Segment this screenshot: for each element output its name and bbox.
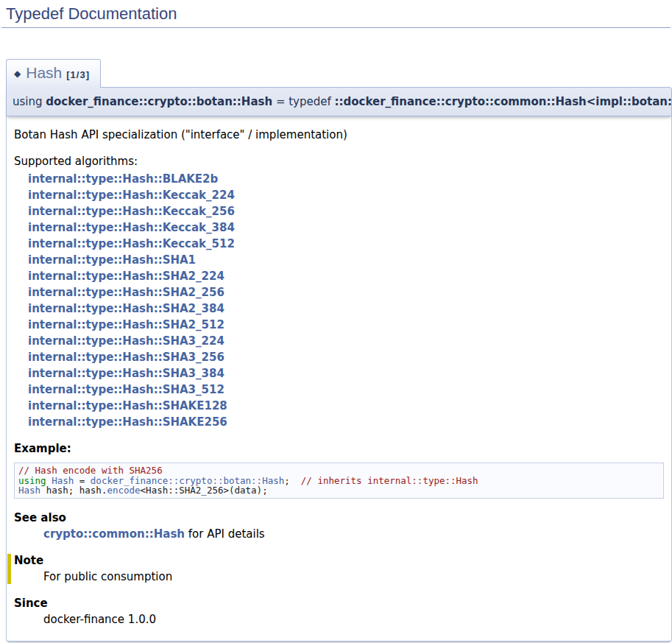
algorithm-line: internal::type::Hash::Keccak_224 bbox=[28, 187, 664, 203]
algorithm-line: internal::type::Hash::SHA2_224 bbox=[28, 268, 664, 284]
algorithm-link[interactable]: internal::type::Hash::SHA3_384 bbox=[28, 367, 224, 380]
algorithm-link[interactable]: internal::type::Hash::SHA2_256 bbox=[28, 286, 224, 299]
code-plain: hash; hash. bbox=[40, 485, 107, 496]
see-also-content: crypto::common::Hash for API details bbox=[43, 527, 664, 541]
algorithm-line: internal::type::Hash::SHA2_256 bbox=[28, 284, 664, 301]
algorithm-line: internal::type::Hash::SHA3_512 bbox=[28, 382, 664, 398]
algorithm-link[interactable]: internal::type::Hash::BLAKE2b bbox=[28, 172, 218, 186]
algorithm-link[interactable]: internal::type::Hash::SHA3_512 bbox=[28, 383, 224, 396]
proto-typedef-name: docker_finance::crypto::botan::Hash bbox=[46, 95, 272, 108]
code-plain: <Hash::SHA2_256>(data); bbox=[141, 485, 268, 496]
algorithm-link[interactable]: internal::type::Hash::SHAKE256 bbox=[28, 415, 227, 429]
code-line: Hash hash; hash.encode<Hash::SHA2_256>(d… bbox=[18, 485, 659, 496]
proto-equals-typedef: = typedef bbox=[272, 95, 334, 108]
algorithm-link[interactable]: internal::type::Hash::SHA1 bbox=[28, 253, 196, 267]
proto-using-keyword: using bbox=[13, 95, 46, 108]
algorithm-link[interactable]: internal::type::Hash::SHA2_384 bbox=[28, 302, 224, 315]
algorithm-line: internal::type::Hash::SHAKE256 bbox=[28, 414, 664, 430]
since-label: Since bbox=[14, 597, 664, 611]
algorithm-line: internal::type::Hash::SHA3_256 bbox=[28, 349, 664, 365]
example-label: Example: bbox=[14, 442, 664, 456]
page-title: Typedef Documentation bbox=[1, 0, 671, 28]
algorithm-link[interactable]: internal::type::Hash::Keccak_224 bbox=[28, 189, 235, 202]
member-tab: ◆Hash[1/3] bbox=[6, 59, 101, 88]
see-also-link[interactable]: crypto::common::Hash bbox=[43, 527, 185, 541]
since-text: docker-finance 1.0.0 bbox=[43, 613, 664, 627]
proto-target-type: ::docker_finance::crypto::common::Hash<i… bbox=[335, 95, 672, 108]
algorithm-line: internal::type::Hash::SHA1 bbox=[28, 252, 664, 268]
algorithms-label: Supported algorithms: bbox=[14, 155, 664, 169]
note-label: Note bbox=[14, 554, 664, 568]
code-line: // Hash encode with SHA256 bbox=[18, 465, 659, 476]
algorithm-link[interactable]: internal::type::Hash::Keccak_512 bbox=[28, 237, 235, 250]
note-text: For public consumption bbox=[43, 570, 664, 584]
algorithm-link[interactable]: internal::type::Hash::Keccak_384 bbox=[28, 221, 235, 234]
member-item: ◆Hash[1/3] using docker_finance::crypto:… bbox=[6, 58, 672, 642]
since-section: Since docker-finance 1.0.0 bbox=[14, 597, 664, 627]
code-plain: ; bbox=[284, 475, 301, 486]
member-tab-title: Hash bbox=[26, 64, 62, 81]
algorithm-line: internal::type::Hash::SHA3_384 bbox=[28, 365, 664, 382]
member-doc: Botan Hash API specialization ("interfac… bbox=[6, 116, 672, 642]
algorithm-link[interactable]: internal::type::Hash::SHA2_512 bbox=[28, 318, 224, 331]
see-also-section: See also crypto::common::Hash for API de… bbox=[14, 511, 664, 541]
algorithm-link[interactable]: internal::type::Hash::Keccak_256 bbox=[28, 205, 235, 218]
code-fragment: // Hash encode with SHA256using Hash = d… bbox=[14, 463, 664, 499]
algorithm-line: internal::type::Hash::Keccak_512 bbox=[28, 236, 664, 252]
algorithm-line: internal::type::Hash::BLAKE2b bbox=[28, 171, 664, 187]
member-prototype: using docker_finance::crypto::botan::Has… bbox=[6, 87, 672, 116]
code-comment: // inherits internal::type::Hash bbox=[301, 475, 478, 486]
algorithm-link[interactable]: internal::type::Hash::SHAKE128 bbox=[28, 399, 227, 412]
member-overload-badge: [1/3] bbox=[66, 69, 90, 80]
code-link[interactable]: encode bbox=[107, 485, 140, 496]
member-description: Botan Hash API specialization ("interfac… bbox=[14, 128, 664, 142]
algorithms-list: internal::type::Hash::BLAKE2binternal::t… bbox=[28, 171, 664, 430]
algorithm-link[interactable]: internal::type::Hash::SHA2_224 bbox=[28, 270, 224, 283]
code-link[interactable]: Hash bbox=[18, 485, 40, 496]
note-section: Note For public consumption bbox=[7, 554, 664, 584]
algorithm-link[interactable]: internal::type::Hash::SHA3_224 bbox=[28, 334, 224, 348]
see-also-suffix: for API details bbox=[185, 527, 265, 541]
algorithm-line: internal::type::Hash::Keccak_384 bbox=[28, 219, 664, 236]
algorithm-line: internal::type::Hash::SHAKE128 bbox=[28, 398, 664, 414]
algorithm-line: internal::type::Hash::SHA2_384 bbox=[28, 301, 664, 317]
algorithm-line: internal::type::Hash::SHA2_512 bbox=[28, 317, 664, 333]
algorithm-link[interactable]: internal::type::Hash::SHA3_256 bbox=[28, 351, 224, 364]
algorithm-line: internal::type::Hash::Keccak_256 bbox=[28, 203, 664, 219]
see-also-label: See also bbox=[14, 511, 664, 525]
code-line: using Hash = docker_finance::crypto::bot… bbox=[18, 476, 659, 486]
algorithm-line: internal::type::Hash::SHA3_224 bbox=[28, 333, 664, 349]
permalink-diamond-icon[interactable]: ◆ bbox=[14, 68, 21, 79]
